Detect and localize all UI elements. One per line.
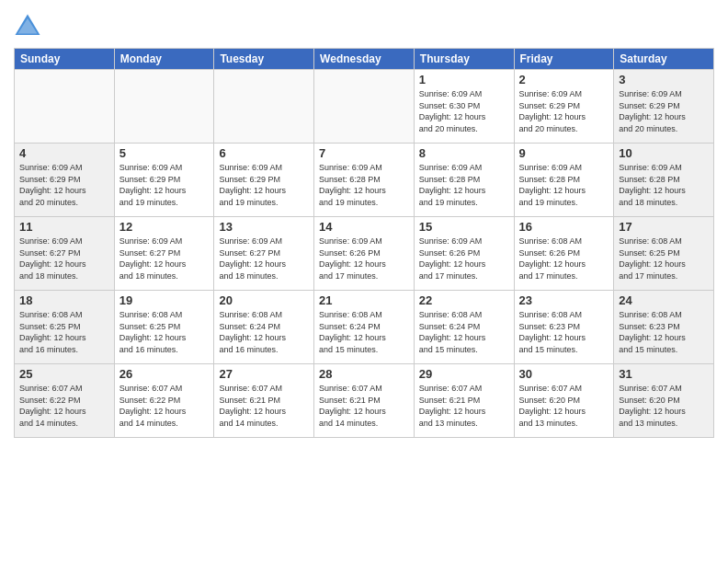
- day-info: Sunrise: 6:09 AM Sunset: 6:26 PM Dayligh…: [419, 236, 509, 282]
- day-number: 30: [519, 367, 609, 381]
- calendar-cell: 4Sunrise: 6:09 AM Sunset: 6:29 PM Daylig…: [15, 144, 115, 217]
- calendar-cell: 1Sunrise: 6:09 AM Sunset: 6:30 PM Daylig…: [414, 70, 514, 144]
- day-info: Sunrise: 6:08 AM Sunset: 6:23 PM Dayligh…: [619, 309, 709, 355]
- calendar-cell: 21Sunrise: 6:08 AM Sunset: 6:24 PM Dayli…: [314, 291, 415, 364]
- day-number: 23: [519, 293, 609, 307]
- day-info: Sunrise: 6:08 AM Sunset: 6:23 PM Dayligh…: [519, 309, 609, 355]
- day-number: 2: [519, 73, 609, 86]
- calendar-cell: 6Sunrise: 6:09 AM Sunset: 6:29 PM Daylig…: [214, 144, 314, 217]
- day-info: Sunrise: 6:09 AM Sunset: 6:27 PM Dayligh…: [19, 236, 109, 282]
- calendar-cell: 31Sunrise: 6:07 AM Sunset: 6:20 PM Dayli…: [614, 364, 714, 438]
- day-info: Sunrise: 6:09 AM Sunset: 6:29 PM Dayligh…: [219, 162, 309, 208]
- day-number: 22: [419, 293, 509, 307]
- day-info: Sunrise: 6:09 AM Sunset: 6:29 PM Dayligh…: [19, 162, 109, 208]
- weekday-header: Tuesday: [214, 49, 314, 70]
- day-info: Sunrise: 6:07 AM Sunset: 6:22 PM Dayligh…: [19, 383, 109, 429]
- logo-icon: [14, 13, 41, 40]
- calendar-cell: [15, 70, 115, 144]
- day-number: 18: [19, 293, 109, 307]
- day-number: 11: [19, 220, 109, 234]
- logo: [14, 13, 45, 40]
- day-number: 16: [519, 220, 609, 234]
- calendar-cell: 2Sunrise: 6:09 AM Sunset: 6:29 PM Daylig…: [514, 70, 614, 144]
- calendar-cell: 28Sunrise: 6:07 AM Sunset: 6:21 PM Dayli…: [314, 364, 415, 438]
- calendar-cell: 19Sunrise: 6:08 AM Sunset: 6:25 PM Dayli…: [114, 291, 214, 364]
- day-number: 1: [419, 73, 509, 86]
- day-number: 29: [419, 367, 509, 381]
- day-info: Sunrise: 6:08 AM Sunset: 6:25 PM Dayligh…: [19, 309, 109, 355]
- day-info: Sunrise: 6:09 AM Sunset: 6:27 PM Dayligh…: [119, 236, 210, 282]
- day-info: Sunrise: 6:09 AM Sunset: 6:26 PM Dayligh…: [319, 236, 409, 282]
- calendar-page: SundayMondayTuesdayWednesdayThursdayFrid…: [0, 0, 728, 447]
- calendar-cell: 16Sunrise: 6:08 AM Sunset: 6:26 PM Dayli…: [514, 217, 614, 291]
- day-info: Sunrise: 6:09 AM Sunset: 6:28 PM Dayligh…: [619, 162, 709, 208]
- calendar-cell: 14Sunrise: 6:09 AM Sunset: 6:26 PM Dayli…: [314, 217, 415, 291]
- day-number: 6: [219, 146, 309, 160]
- day-number: 5: [119, 146, 210, 160]
- calendar-cell: 27Sunrise: 6:07 AM Sunset: 6:21 PM Dayli…: [214, 364, 314, 438]
- day-number: 20: [219, 293, 309, 307]
- calendar-cell: 18Sunrise: 6:08 AM Sunset: 6:25 PM Dayli…: [15, 291, 115, 364]
- day-info: Sunrise: 6:07 AM Sunset: 6:22 PM Dayligh…: [119, 383, 210, 429]
- day-number: 17: [619, 220, 709, 234]
- weekday-header: Friday: [514, 49, 614, 70]
- day-number: 19: [119, 293, 210, 307]
- calendar-header-row: SundayMondayTuesdayWednesdayThursdayFrid…: [15, 49, 714, 70]
- day-number: 21: [319, 293, 409, 307]
- day-number: 24: [619, 293, 709, 307]
- weekday-header: Monday: [114, 49, 214, 70]
- calendar-cell: 23Sunrise: 6:08 AM Sunset: 6:23 PM Dayli…: [514, 291, 614, 364]
- calendar-cell: 8Sunrise: 6:09 AM Sunset: 6:28 PM Daylig…: [414, 144, 514, 217]
- day-number: 4: [19, 146, 109, 160]
- calendar-cell: 5Sunrise: 6:09 AM Sunset: 6:29 PM Daylig…: [114, 144, 214, 217]
- day-info: Sunrise: 6:07 AM Sunset: 6:20 PM Dayligh…: [519, 383, 609, 429]
- day-info: Sunrise: 6:08 AM Sunset: 6:25 PM Dayligh…: [119, 309, 210, 355]
- day-number: 10: [619, 146, 709, 160]
- day-info: Sunrise: 6:09 AM Sunset: 6:27 PM Dayligh…: [219, 236, 309, 282]
- weekday-header: Sunday: [15, 49, 115, 70]
- calendar-cell: [314, 70, 415, 144]
- calendar-cell: 7Sunrise: 6:09 AM Sunset: 6:28 PM Daylig…: [314, 144, 415, 217]
- day-info: Sunrise: 6:09 AM Sunset: 6:28 PM Dayligh…: [319, 162, 409, 208]
- day-info: Sunrise: 6:09 AM Sunset: 6:29 PM Dayligh…: [119, 162, 210, 208]
- calendar-cell: 29Sunrise: 6:07 AM Sunset: 6:21 PM Dayli…: [414, 364, 514, 438]
- calendar-cell: 30Sunrise: 6:07 AM Sunset: 6:20 PM Dayli…: [514, 364, 614, 438]
- weekday-header: Thursday: [414, 49, 514, 70]
- day-info: Sunrise: 6:09 AM Sunset: 6:28 PM Dayligh…: [419, 162, 509, 208]
- day-number: 12: [119, 220, 210, 234]
- day-number: 15: [419, 220, 509, 234]
- weekday-header: Wednesday: [314, 49, 415, 70]
- day-info: Sunrise: 6:07 AM Sunset: 6:21 PM Dayligh…: [219, 383, 309, 429]
- day-number: 27: [219, 367, 309, 381]
- calendar-cell: 15Sunrise: 6:09 AM Sunset: 6:26 PM Dayli…: [414, 217, 514, 291]
- calendar-cell: 10Sunrise: 6:09 AM Sunset: 6:28 PM Dayli…: [614, 144, 714, 217]
- weekday-header: Saturday: [614, 49, 714, 70]
- day-info: Sunrise: 6:07 AM Sunset: 6:21 PM Dayligh…: [419, 383, 509, 429]
- calendar-cell: 3Sunrise: 6:09 AM Sunset: 6:29 PM Daylig…: [614, 70, 714, 144]
- day-number: 13: [219, 220, 309, 234]
- calendar-cell: 22Sunrise: 6:08 AM Sunset: 6:24 PM Dayli…: [414, 291, 514, 364]
- day-number: 31: [619, 367, 709, 381]
- calendar-cell: 11Sunrise: 6:09 AM Sunset: 6:27 PM Dayli…: [15, 217, 115, 291]
- calendar-cell: 12Sunrise: 6:09 AM Sunset: 6:27 PM Dayli…: [114, 217, 214, 291]
- day-number: 7: [319, 146, 409, 160]
- day-info: Sunrise: 6:09 AM Sunset: 6:30 PM Dayligh…: [419, 88, 509, 134]
- calendar-table: SundayMondayTuesdayWednesdayThursdayFrid…: [14, 48, 714, 438]
- day-number: 14: [319, 220, 409, 234]
- calendar-cell: 25Sunrise: 6:07 AM Sunset: 6:22 PM Dayli…: [15, 364, 115, 438]
- calendar-cell: 20Sunrise: 6:08 AM Sunset: 6:24 PM Dayli…: [214, 291, 314, 364]
- day-info: Sunrise: 6:09 AM Sunset: 6:29 PM Dayligh…: [619, 88, 709, 134]
- calendar-header: [14, 9, 714, 40]
- calendar-cell: 26Sunrise: 6:07 AM Sunset: 6:22 PM Dayli…: [114, 364, 214, 438]
- day-number: 28: [319, 367, 409, 381]
- day-info: Sunrise: 6:09 AM Sunset: 6:29 PM Dayligh…: [519, 88, 609, 134]
- day-number: 9: [519, 146, 609, 160]
- day-number: 3: [619, 73, 709, 86]
- day-info: Sunrise: 6:07 AM Sunset: 6:20 PM Dayligh…: [619, 383, 709, 429]
- calendar-cell: [114, 70, 214, 144]
- day-number: 25: [19, 367, 109, 381]
- calendar-cell: 9Sunrise: 6:09 AM Sunset: 6:28 PM Daylig…: [514, 144, 614, 217]
- calendar-cell: 24Sunrise: 6:08 AM Sunset: 6:23 PM Dayli…: [614, 291, 714, 364]
- calendar-cell: [214, 70, 314, 144]
- day-number: 26: [119, 367, 210, 381]
